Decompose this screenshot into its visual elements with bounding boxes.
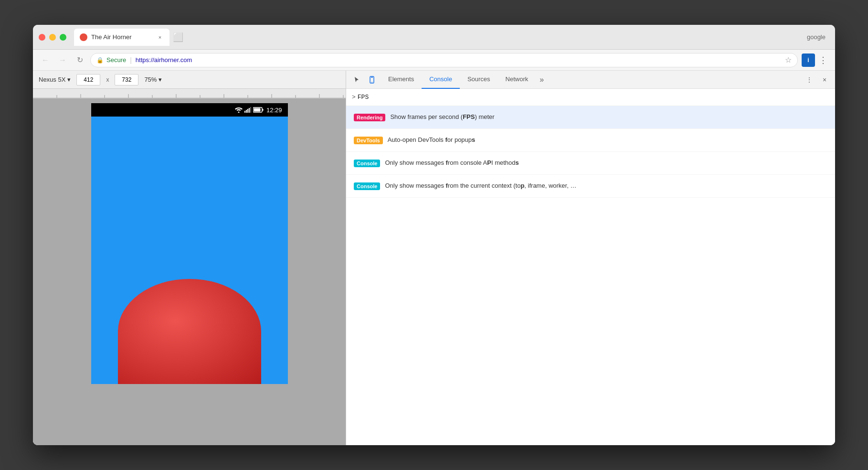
more-tabs-button[interactable]: » bbox=[536, 75, 548, 84]
browser-window: The Air Horner × ⬜ google ← → ↻ 🔒 Secure… bbox=[33, 25, 835, 445]
maximize-button[interactable] bbox=[60, 34, 66, 41]
svg-point-24 bbox=[371, 82, 372, 83]
refresh-icon: ↻ bbox=[77, 55, 83, 64]
svg-rect-17 bbox=[247, 109, 248, 113]
svg-point-14 bbox=[238, 112, 239, 113]
devtools-panel: Elements Console Sources Network » bbox=[346, 71, 835, 445]
nav-right-icons: i ⋮ bbox=[802, 53, 829, 67]
lock-icon: 🔒 bbox=[96, 57, 104, 64]
height-input[interactable] bbox=[115, 74, 138, 85]
url-text: https://airhorner.com bbox=[136, 56, 192, 64]
svg-rect-18 bbox=[249, 108, 250, 113]
svg-rect-22 bbox=[262, 109, 263, 111]
traffic-lights bbox=[39, 34, 66, 41]
tab-console[interactable]: Console bbox=[422, 71, 460, 89]
autocomplete-list: Rendering Show frames per second (FPS) m… bbox=[346, 106, 835, 445]
device-chevron-icon: ▾ bbox=[67, 76, 71, 83]
svg-rect-15 bbox=[244, 111, 245, 113]
tab-network-label: Network bbox=[506, 75, 529, 83]
extension-label: i bbox=[807, 57, 809, 64]
wifi-icon bbox=[235, 107, 243, 113]
devtools-close-button[interactable]: × bbox=[818, 73, 831, 86]
google-label: google bbox=[807, 33, 829, 41]
airhorn-button[interactable] bbox=[118, 279, 261, 384]
tab-favicon bbox=[80, 33, 87, 41]
autocomplete-item-text: Auto-open DevTools for popups bbox=[388, 136, 476, 144]
tab-elements[interactable]: Elements bbox=[381, 71, 422, 89]
console-input[interactable]: FPS bbox=[358, 94, 829, 101]
device-emulation-button[interactable] bbox=[365, 73, 379, 86]
status-time: 12:29 bbox=[266, 107, 282, 114]
autocomplete-item[interactable]: Console Only show messages from console … bbox=[346, 152, 835, 175]
status-icons bbox=[235, 107, 264, 113]
back-button[interactable]: ← bbox=[39, 53, 52, 67]
forward-button[interactable]: → bbox=[56, 53, 69, 67]
devtools-close-icon: × bbox=[823, 76, 826, 84]
autocomplete-item-text: Only show messages from the current cont… bbox=[385, 182, 576, 190]
console-area: > FPS Rendering Show frames per second (… bbox=[346, 89, 835, 445]
device-toolbar: Nexus 5X ▾ x 75% ▾ bbox=[33, 71, 346, 89]
devtools-actions: ⋮ × bbox=[803, 73, 831, 86]
zoom-chevron-icon: ▾ bbox=[159, 76, 162, 83]
devtools-menu-button[interactable]: ⋮ bbox=[803, 73, 816, 86]
more-tabs-icon: » bbox=[540, 75, 544, 84]
browser-viewport: Nexus 5X ▾ x 75% ▾ bbox=[33, 71, 346, 445]
new-tab-button[interactable]: ⬜ bbox=[171, 31, 185, 44]
mobile-icon bbox=[368, 76, 376, 84]
refresh-button[interactable]: ↻ bbox=[73, 53, 86, 67]
phone-frame: 12:29 bbox=[91, 103, 288, 384]
ruler bbox=[33, 89, 346, 98]
extension-icon[interactable]: i bbox=[802, 53, 815, 67]
tab-console-label: Console bbox=[429, 75, 452, 83]
tab-network[interactable]: Network bbox=[498, 71, 536, 89]
autocomplete-item[interactable]: DevTools Auto-open DevTools for popups bbox=[346, 129, 835, 152]
console-prompt: > bbox=[352, 94, 356, 101]
zoom-value: 75% bbox=[144, 76, 157, 83]
phone-status-bar: 12:29 bbox=[91, 103, 288, 117]
tab-sources-label: Sources bbox=[467, 75, 490, 83]
tab-bar: The Air Horner × ⬜ bbox=[74, 29, 807, 46]
new-tab-icon: ⬜ bbox=[173, 32, 183, 43]
tab-title: The Air Horner bbox=[91, 33, 152, 41]
devtools-dots-icon: ⋮ bbox=[806, 76, 813, 84]
tab-close-button[interactable]: × bbox=[156, 33, 164, 41]
secure-label: Secure bbox=[106, 56, 126, 64]
rendering-badge: Rendering bbox=[354, 114, 385, 121]
phone-app-content bbox=[91, 117, 288, 384]
devtools-badge: DevTools bbox=[354, 137, 383, 144]
devtools-tabs: Elements Console Sources Network » bbox=[381, 71, 801, 89]
mobile-screen: 12:29 bbox=[33, 98, 346, 445]
address-bar[interactable]: 🔒 Secure | https://airhorner.com ☆ bbox=[90, 53, 798, 67]
bookmark-icon[interactable]: ☆ bbox=[785, 55, 792, 64]
content-area: Nexus 5X ▾ x 75% ▾ bbox=[33, 71, 835, 445]
ruler-ticks bbox=[33, 89, 346, 98]
autocomplete-item[interactable]: Console Only show messages from the curr… bbox=[346, 175, 835, 198]
battery-icon bbox=[253, 107, 264, 113]
console-badge: Console bbox=[354, 182, 380, 190]
nav-bar: ← → ↻ 🔒 Secure | https://airhorner.com ☆… bbox=[33, 50, 835, 71]
active-tab[interactable]: The Air Horner × bbox=[74, 29, 169, 46]
autocomplete-item[interactable]: Rendering Show frames per second (FPS) m… bbox=[346, 106, 835, 129]
svg-rect-16 bbox=[246, 110, 247, 113]
cursor-icon bbox=[353, 76, 360, 84]
tab-elements-label: Elements bbox=[388, 75, 414, 83]
zoom-selector[interactable]: 75% ▾ bbox=[144, 76, 162, 83]
signal-icon bbox=[244, 107, 251, 113]
title-bar: The Air Horner × ⬜ google bbox=[33, 25, 835, 50]
device-name: Nexus 5X bbox=[39, 76, 65, 83]
close-button[interactable] bbox=[39, 34, 45, 41]
autocomplete-item-text: Only show messages from console API meth… bbox=[385, 159, 519, 167]
tab-sources[interactable]: Sources bbox=[460, 71, 498, 89]
console-badge: Console bbox=[354, 160, 380, 167]
menu-dots-icon: ⋮ bbox=[819, 55, 827, 65]
dimension-x-label: x bbox=[106, 76, 109, 83]
svg-rect-19 bbox=[250, 107, 251, 113]
menu-button[interactable]: ⋮ bbox=[817, 53, 829, 67]
console-input-bar: > FPS bbox=[346, 89, 835, 106]
devtools-header: Elements Console Sources Network » bbox=[346, 71, 835, 89]
inspect-element-button[interactable] bbox=[350, 73, 363, 86]
width-input[interactable] bbox=[76, 74, 100, 85]
minimize-button[interactable] bbox=[49, 34, 56, 41]
device-selector[interactable]: Nexus 5X ▾ bbox=[39, 76, 71, 83]
back-icon: ← bbox=[42, 56, 49, 64]
